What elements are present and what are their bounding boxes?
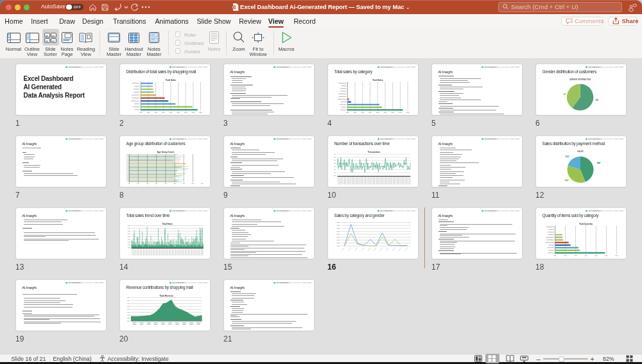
svg-text:Total Revenue: Total Revenue [159, 295, 173, 297]
svg-text:SALES: SALES [577, 150, 584, 153]
svg-text:Age Group Count: Age Group Count [157, 151, 175, 153]
svg-text:Total Sales: Total Sales [166, 79, 177, 82]
svg-text:Total Sales: Total Sales [162, 223, 173, 225]
svg-text:Total Sales: Total Sales [372, 79, 383, 82]
svg-text:GENDER DISTRIBUTION: GENDER DISTRIBUTION [569, 78, 591, 81]
svg-text:Transactions: Transactions [368, 151, 381, 153]
svg-text:Total Quantity: Total Quantity [579, 223, 593, 225]
